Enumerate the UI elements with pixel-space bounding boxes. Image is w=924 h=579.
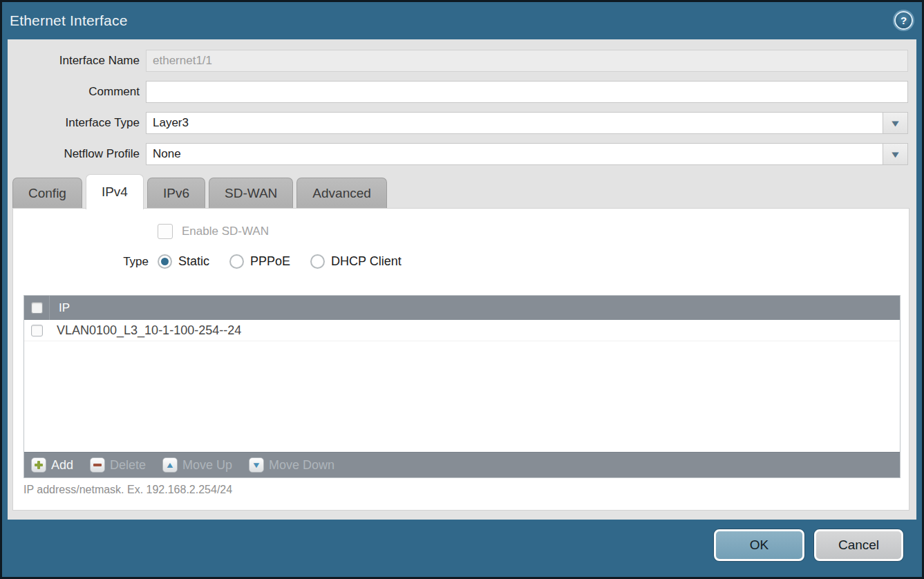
radio-dhcp-client-label: DHCP Client [331,254,402,269]
radio-pppoe-label: PPPoE [250,254,290,269]
netflow-profile-dropdown-button[interactable]: ▼ [883,143,908,165]
radio-dhcp-client[interactable]: DHCP Client [310,254,402,269]
enable-sdwan-label: Enable SD-WAN [182,225,269,238]
enable-sdwan-checkbox [158,224,173,239]
comment-field[interactable] [146,81,908,103]
arrow-down-icon: ▼ [249,457,264,473]
netflow-profile-row: Netflow Profile None ▼ [8,143,908,165]
plus-icon [31,457,46,473]
tab-ipv6[interactable]: IPv6 [147,178,205,209]
ip-cell-value[interactable]: VLAN0100_L3_10-1-100-254--24 [50,323,241,338]
cancel-button[interactable]: Cancel [814,529,903,561]
comment-label: Comment [8,85,140,99]
dialog-body: Interface Name Comment Interface Type La… [8,39,916,520]
interface-type-select[interactable]: Layer3 [146,112,883,134]
table-row[interactable]: VLAN0100_L3_10-1-100-254--24 [24,320,900,341]
tab-advanced[interactable]: Advanced [296,178,387,209]
help-icon[interactable]: ? [894,11,913,30]
move-up-button-label: Move Up [182,458,232,473]
radio-pppoe-circle[interactable] [229,254,244,269]
ok-button[interactable]: OK [714,529,804,561]
interface-name-field [146,50,908,72]
type-label: Type [13,255,149,269]
add-button[interactable]: Add [31,457,73,473]
help-icon-glyph: ? [901,15,907,26]
delete-button-label: Delete [110,458,146,473]
radio-dhcp-client-circle[interactable] [310,254,325,269]
add-button-label: Add [51,458,73,473]
radio-static[interactable]: Static [158,254,209,269]
tab-config[interactable]: Config [12,178,82,209]
table-empty-area [24,341,900,452]
radio-static-label: Static [178,254,209,269]
row-checkbox[interactable] [31,325,43,336]
minus-icon [90,457,105,473]
tab-ipv4[interactable]: IPv4 [86,174,144,209]
interface-type-row: Interface Type Layer3 ▼ [8,112,908,134]
type-radio-group: Type Static PPPoE DHCP Client [13,254,909,269]
interface-name-label: Interface Name [8,54,140,68]
interface-name-row: Interface Name [8,50,908,72]
comment-row: Comment [8,81,908,103]
ipv4-tab-panel: Enable SD-WAN Type Static PPPoE DHCP Cli… [12,208,909,511]
ip-table: IP VLAN0100_L3_10-1-100-254--24 Add [23,295,901,478]
chevron-down-icon: ▼ [889,150,901,159]
dialog-titlebar: Ethernet Interface ? [2,2,922,39]
arrow-up-icon: ▲ [162,457,178,473]
move-down-button-label: Move Down [269,458,334,473]
ip-table-header: IP [24,296,900,320]
delete-button: Delete [90,457,146,473]
dialog-title: Ethernet Interface [10,2,128,39]
ip-format-hint: IP address/netmask. Ex. 192.168.2.254/24 [23,484,232,496]
select-all-cell [24,296,50,320]
enable-sdwan-row: Enable SD-WAN [158,224,269,239]
move-down-button: ▼ Move Down [249,457,334,473]
netflow-profile-label: Netflow Profile [8,147,140,161]
select-all-checkbox[interactable] [31,302,43,314]
table-toolbar: Add Delete ▲ Move Up ▼ Move Down [24,452,900,477]
tab-bar: Config IPv4 IPv6 SD-WAN Advanced [12,173,387,209]
radio-static-circle[interactable] [158,254,172,269]
move-up-button: ▲ Move Up [162,457,232,473]
netflow-profile-select[interactable]: None [146,143,883,165]
chevron-down-icon: ▼ [889,119,901,128]
tab-sd-wan[interactable]: SD-WAN [209,178,293,209]
row-checkbox-cell [24,325,50,336]
radio-pppoe[interactable]: PPPoE [229,254,290,269]
ethernet-interface-dialog: Ethernet Interface ? Interface Name Comm… [0,0,924,579]
interface-type-dropdown-button[interactable]: ▼ [883,112,908,134]
ip-column-header: IP [50,301,70,315]
interface-type-label: Interface Type [8,116,140,130]
